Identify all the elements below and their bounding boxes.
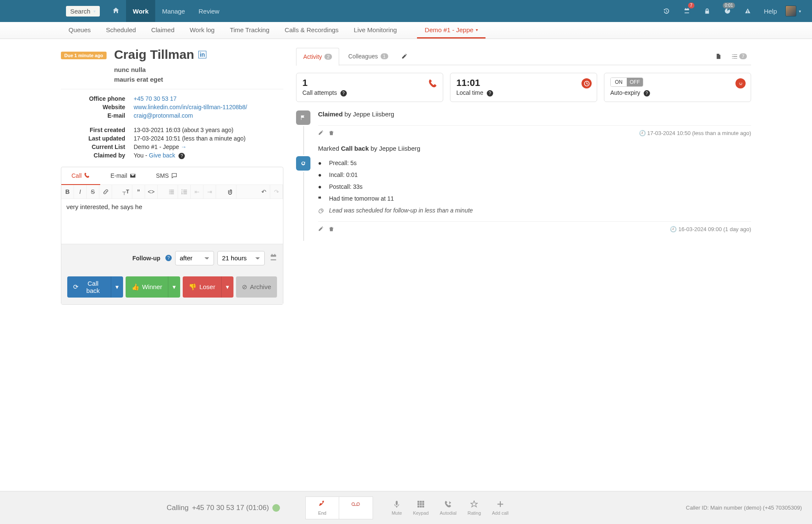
website-link[interactable]: www.linkedin.com/in/craig-tillman-11208b… <box>134 104 247 110</box>
timeline-entry-claimed: Claimed by Jeppe Liisberg 🕘 17-03-2024 1… <box>318 110 751 136</box>
edit-entry-icon[interactable] <box>318 226 324 232</box>
clock-icon: ● <box>318 183 325 190</box>
subnav-worklog[interactable]: Work log <box>182 22 222 39</box>
refresh-icon: ⟳ <box>73 283 79 291</box>
archive-button[interactable]: ⊘ Archive <box>236 276 277 298</box>
callback-button[interactable]: ⟳ Call back <box>67 276 111 298</box>
link-button[interactable] <box>99 185 112 199</box>
bold-button[interactable]: B <box>61 185 74 199</box>
subnav-claimed[interactable]: Claimed <box>143 22 182 39</box>
clock-outline-icon: ◷ <box>318 207 325 214</box>
calendar-picker-icon[interactable] <box>270 254 277 262</box>
current-list: Demo #1 - Jeppe → <box>134 143 283 150</box>
due-badge: Due 1 minute ago <box>61 52 107 59</box>
alert-icon[interactable] <box>740 0 755 22</box>
global-search[interactable]: Search ▾ <box>66 6 100 17</box>
editor-tab-email[interactable]: E-mail <box>100 167 146 185</box>
italic-button[interactable]: I <box>74 185 87 199</box>
thumbs-down-icon: 👎 <box>189 283 197 291</box>
subnav-scheduled[interactable]: Scheduled <box>99 22 144 39</box>
card-call-attempts: 1 Call attempts ? <box>296 73 443 102</box>
user-menu[interactable]: ▾ <box>785 0 801 22</box>
arrow-right-icon[interactable]: → <box>181 143 187 150</box>
olist-button[interactable]: 123 <box>178 185 191 199</box>
document-icon[interactable] <box>711 53 726 59</box>
loser-dropdown[interactable]: ▾ <box>221 276 233 298</box>
phone-icon <box>84 172 90 179</box>
help-icon[interactable]: ? <box>340 90 347 97</box>
email-link[interactable]: craig@protonmail.com <box>134 112 193 119</box>
winner-button[interactable]: 👍 Winner <box>126 276 168 298</box>
history-icon[interactable] <box>659 0 674 22</box>
subnav-active-tab[interactable]: Demo #1 - Jeppe ▾ <box>417 22 486 39</box>
help-icon[interactable]: ? <box>165 255 172 261</box>
nav-help[interactable]: Help <box>758 0 783 22</box>
callback-dropdown[interactable]: ▾ <box>111 276 123 298</box>
nav-review[interactable]: Review <box>192 0 226 22</box>
tab-activity[interactable]: Activity 2 <box>296 48 339 66</box>
auto-expiry-toggle[interactable]: ON OFF <box>610 77 643 87</box>
avatar <box>785 6 796 17</box>
indent-button[interactable]: ⇥ <box>203 185 216 199</box>
tab-colleagues[interactable]: Colleagues 1 <box>341 47 395 65</box>
strike-button[interactable]: S <box>87 185 99 199</box>
lock-icon[interactable] <box>700 0 715 22</box>
editor-textarea[interactable]: very interested, he says he <box>61 199 283 244</box>
nav-work[interactable]: Work <box>126 0 155 22</box>
linkedin-icon[interactable]: in <box>198 51 206 58</box>
ban-icon: ⊘ <box>242 283 247 291</box>
undo-button[interactable]: ↶ <box>258 185 270 199</box>
followup-mode-select[interactable]: after <box>175 251 214 265</box>
subnav-timetracking[interactable]: Time Tracking <box>222 22 277 39</box>
caret-down-icon: ▾ <box>93 9 96 14</box>
editor-tab-sms[interactable]: SMS <box>146 167 187 185</box>
loser-button[interactable]: 👎 Loser <box>183 276 221 298</box>
outdent-button[interactable]: ⇤ <box>191 185 203 199</box>
envelope-icon <box>130 172 136 179</box>
timeline-entry-callback: Marked Call back by Jeppe Liisberg ●Prec… <box>318 145 751 232</box>
delete-entry-icon[interactable] <box>329 226 334 232</box>
activity-tabs: Activity 2 Colleagues 1 7 <box>296 47 751 65</box>
card-auto-expiry: ON OFF Auto-expiry ? <box>604 73 751 102</box>
clock-icon: 🕘 <box>670 226 677 232</box>
topbar: Search ▾ Work Manage Review 7 0:01 Help … <box>0 0 812 22</box>
code-button[interactable]: <> <box>145 185 158 199</box>
lead-details: Office phone +45 70 30 53 17 Website www… <box>61 95 283 159</box>
followup-label: Follow-up <box>132 255 160 262</box>
edit-icon[interactable] <box>397 53 411 59</box>
ulist-button[interactable] <box>165 185 178 199</box>
activity-editor: Call E-mail SMS B I S ┬T ” <box>61 167 283 305</box>
subnav-queues[interactable]: Queues <box>61 22 99 39</box>
lead-name: Craig Tillman in <box>114 47 283 62</box>
textsize-button[interactable]: ┬T <box>120 185 132 199</box>
office-phone-link[interactable]: +45 70 30 53 17 <box>134 95 177 102</box>
nav-home[interactable] <box>106 0 126 22</box>
help-icon[interactable]: ? <box>487 90 493 97</box>
timer-icon[interactable]: 0:01 <box>720 0 735 22</box>
card-local-time: 11:01 Local time ? <box>450 73 597 102</box>
calendar-badge: 7 <box>688 3 695 8</box>
calendar-icon[interactable]: 7 <box>679 0 694 22</box>
attach-button[interactable] <box>224 185 236 199</box>
claimed-by: You - Give back ? <box>134 152 283 159</box>
subnav-calls[interactable]: Calls & Recordings <box>277 22 346 39</box>
editor-tab-call[interactable]: Call <box>61 167 100 185</box>
nav-manage[interactable]: Manage <box>155 0 192 22</box>
help-icon[interactable]: ? <box>178 153 185 159</box>
caret-down-icon: ▾ <box>799 9 801 14</box>
winner-dropdown[interactable]: ▾ <box>168 276 180 298</box>
subnav-live[interactable]: Live Monitoring <box>346 22 405 39</box>
give-back-link[interactable]: Give back <box>149 152 175 159</box>
clock-icon: 🕘 <box>639 130 646 136</box>
last-updated: 17-03-2024 10:51 (less than a minute ago… <box>134 135 283 142</box>
quote-button[interactable]: ” <box>132 185 145 199</box>
delete-entry-icon[interactable] <box>329 130 334 136</box>
help-icon[interactable]: ? <box>644 90 650 97</box>
clock-icon: ● <box>318 160 325 166</box>
chat-icon <box>171 172 177 179</box>
list-icon[interactable]: 7 <box>727 53 751 59</box>
redo-button[interactable]: ↷ <box>270 185 283 199</box>
svg-text:3: 3 <box>181 193 183 195</box>
followup-value-select[interactable]: 21 hours <box>217 251 265 265</box>
edit-entry-icon[interactable] <box>318 130 324 136</box>
